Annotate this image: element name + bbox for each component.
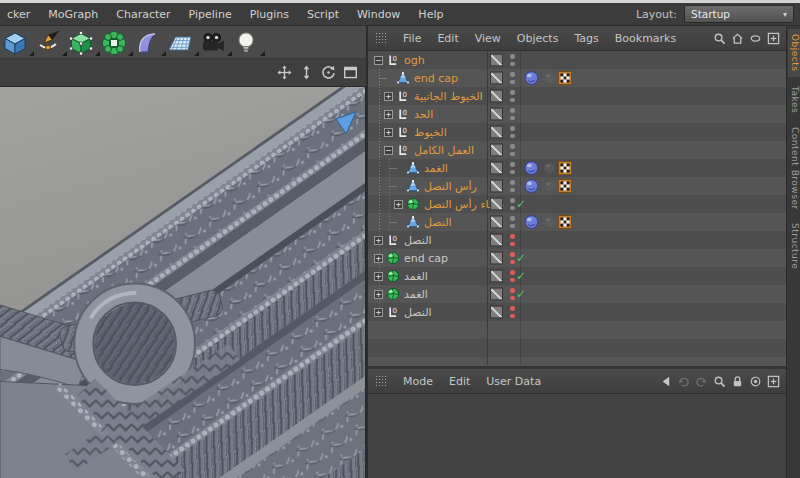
editor-visibility-dot[interactable] <box>510 234 515 239</box>
menubar-item[interactable]: Script <box>298 8 348 21</box>
spline-pen-button[interactable] <box>35 27 68 57</box>
texture-tag[interactable] <box>558 161 572 175</box>
layer-toggle[interactable] <box>490 234 503 247</box>
expand-toggle[interactable]: + <box>384 128 393 137</box>
visibility-dots[interactable] <box>510 90 515 102</box>
render-visibility-dot[interactable] <box>510 206 515 211</box>
visibility-dots[interactable] <box>510 108 515 120</box>
expand-toggle[interactable]: + <box>374 290 383 299</box>
object-row[interactable]: end cap <box>368 69 786 87</box>
search-button[interactable] <box>713 375 726 388</box>
layer-toggle[interactable] <box>490 144 503 157</box>
editor-visibility-dot[interactable] <box>510 180 515 185</box>
texture-tag[interactable] <box>558 71 572 85</box>
editor-visibility-dot[interactable] <box>510 162 515 167</box>
render-visibility-dot[interactable] <box>510 188 515 193</box>
menubar-item[interactable]: Pipeline <box>180 8 241 21</box>
search-button[interactable] <box>713 32 726 45</box>
modeling-objects-button[interactable] <box>101 27 134 57</box>
layer-toggle[interactable] <box>490 306 503 319</box>
visibility-dots[interactable] <box>510 216 515 228</box>
panel-grip-icon[interactable] <box>375 32 388 45</box>
phong-tag[interactable] <box>524 179 539 194</box>
expand-toggle[interactable]: − <box>374 56 383 65</box>
editor-visibility-dot[interactable] <box>510 90 515 95</box>
visibility-dots[interactable] <box>510 126 515 138</box>
object-manager-menu[interactable]: Objects <box>509 32 567 45</box>
phong-faded-tag[interactable] <box>543 72 556 85</box>
menubar-item[interactable]: Window <box>348 8 409 21</box>
menubar-item[interactable]: Help <box>409 8 452 21</box>
render-visibility-dot[interactable] <box>510 278 515 283</box>
editor-visibility-dot[interactable] <box>510 198 515 203</box>
render-visibility-dot[interactable] <box>510 296 515 301</box>
layer-toggle[interactable] <box>490 180 503 193</box>
rotate-view-button[interactable] <box>321 65 336 80</box>
editor-visibility-dot[interactable] <box>510 216 515 221</box>
object-manager-menu[interactable]: View <box>467 32 509 45</box>
phong-faded-tag[interactable] <box>543 216 556 229</box>
layer-toggle[interactable] <box>490 198 503 211</box>
light-button[interactable] <box>233 27 266 57</box>
add-panel-button[interactable] <box>767 32 780 45</box>
enabled-check-icon[interactable]: ✓ <box>516 252 526 264</box>
zoom-view-button[interactable] <box>299 65 314 80</box>
expand-toggle[interactable]: + <box>374 236 383 245</box>
history-redo-button[interactable] <box>695 375 708 388</box>
viewport-canvas[interactable] <box>0 86 366 478</box>
menubar-item[interactable]: Plugins <box>241 8 298 21</box>
enabled-check-icon[interactable]: ✓ <box>516 288 526 300</box>
object-row[interactable]: الغمد <box>368 159 786 177</box>
panel-grip-icon[interactable] <box>375 375 388 388</box>
render-visibility-dot[interactable] <box>510 242 515 247</box>
editor-visibility-dot[interactable] <box>510 270 515 275</box>
visibility-dots[interactable] <box>510 270 515 282</box>
history-undo-button[interactable] <box>677 375 690 388</box>
editor-visibility-dot[interactable] <box>510 252 515 257</box>
object-row[interactable]: +غطاء رأس النصل✓ <box>368 195 786 213</box>
render-visibility-dot[interactable] <box>510 260 515 265</box>
history-back-button[interactable] <box>659 375 672 388</box>
toggle-view-button[interactable] <box>343 65 358 80</box>
visibility-dots[interactable] <box>510 234 515 246</box>
panel-tab-objects[interactable]: Objects <box>788 29 800 77</box>
expand-toggle[interactable]: + <box>374 254 383 263</box>
render-visibility-dot[interactable] <box>510 224 515 229</box>
object-row[interactable]: −0ogh <box>368 51 786 69</box>
object-manager-menu[interactable]: Edit <box>429 32 466 45</box>
editor-visibility-dot[interactable] <box>510 72 515 77</box>
object-row[interactable]: +0النصل <box>368 231 786 249</box>
object-manager-menu[interactable]: Tags <box>566 32 606 45</box>
menubar-item[interactable]: cker <box>6 8 39 21</box>
object-row[interactable]: النصل <box>368 213 786 231</box>
render-visibility-dot[interactable] <box>510 314 515 319</box>
object-row[interactable]: +0الخيوط <box>368 123 786 141</box>
attribute-manager-menu[interactable]: Edit <box>441 375 478 388</box>
panel-tab-content-browser[interactable]: Content Browser <box>788 122 800 215</box>
object-row[interactable]: +0الحد <box>368 105 786 123</box>
add-panel-button[interactable] <box>767 375 780 388</box>
visibility-dots[interactable] <box>510 72 515 84</box>
layer-toggle[interactable] <box>490 162 503 175</box>
object-row[interactable]: رأس النصل <box>368 177 786 195</box>
editor-visibility-dot[interactable] <box>510 126 515 131</box>
object-row[interactable]: +الغمد✓ <box>368 285 786 303</box>
layer-toggle[interactable] <box>490 270 503 283</box>
lock-button[interactable] <box>731 375 744 388</box>
menubar-item[interactable]: Character <box>107 8 179 21</box>
camera-button[interactable] <box>200 27 233 57</box>
visibility-dots[interactable] <box>510 54 515 66</box>
panel-tab-structure[interactable]: Structure <box>788 218 800 274</box>
editor-visibility-dot[interactable] <box>510 306 515 311</box>
phong-tag[interactable] <box>524 215 539 230</box>
phong-tag[interactable] <box>524 161 539 176</box>
visibility-dots[interactable] <box>510 288 515 300</box>
object-row[interactable]: +الغمد✓ <box>368 267 786 285</box>
render-visibility-dot[interactable] <box>510 62 515 67</box>
object-row[interactable]: +end cap✓ <box>368 249 786 267</box>
render-visibility-dot[interactable] <box>510 98 515 103</box>
render-visibility-dot[interactable] <box>510 170 515 175</box>
layer-toggle[interactable] <box>490 288 503 301</box>
focus-button[interactable] <box>749 375 762 388</box>
expand-toggle[interactable]: + <box>384 92 393 101</box>
